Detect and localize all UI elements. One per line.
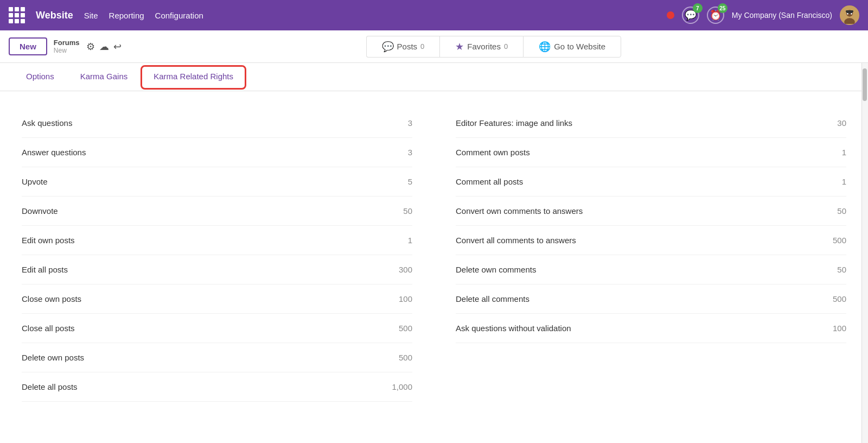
field-value[interactable]: 500 — [814, 236, 846, 245]
field-label: Upvote — [22, 177, 380, 186]
table-row: Ask questions without validation 100 — [456, 314, 846, 343]
field-label: Delete all posts — [22, 382, 380, 391]
tab-karma-gains[interactable]: Karma Gains — [67, 63, 141, 91]
messages-button[interactable]: 💬 7 — [682, 7, 699, 24]
table-row: Ask questions 3 — [22, 109, 412, 138]
field-value[interactable]: 5 — [380, 177, 412, 186]
nav-brand[interactable]: Website — [36, 10, 73, 21]
field-label: Ask questions — [22, 118, 380, 128]
field-value[interactable]: 3 — [380, 118, 412, 128]
nav-site[interactable]: Site — [84, 11, 98, 20]
field-value[interactable]: 1 — [814, 148, 846, 157]
table-row: Convert own comments to answers 50 — [456, 197, 846, 226]
left-column: Ask questions 3 Answer questions 3 Upvot… — [22, 109, 412, 402]
breadcrumb-child: New — [54, 47, 80, 54]
page-content: Options Karma Gains Karma Related Rights… — [0, 63, 868, 443]
field-label: Comment all posts — [456, 177, 814, 186]
karma-rights-form: Ask questions 3 Answer questions 3 Upvot… — [0, 91, 868, 419]
nav-right: 💬 7 ⏰ 25 My Company (San Francisco) — [667, 5, 859, 25]
scrollbar-thumb[interactable] — [863, 68, 867, 101]
field-value[interactable]: 500 — [814, 294, 846, 303]
field-label: Downvote — [22, 206, 380, 216]
user-avatar[interactable] — [840, 5, 859, 25]
table-row: Editor Features: image and links 30 — [456, 109, 846, 138]
table-row: Comment own posts 1 — [456, 138, 846, 167]
table-row: Edit own posts 1 — [22, 226, 412, 255]
field-value[interactable]: 500 — [380, 324, 412, 333]
table-row: Close all posts 500 — [22, 314, 412, 343]
globe-icon: 🌐 — [539, 41, 551, 53]
table-row: Upvote 5 — [22, 167, 412, 197]
posts-tab[interactable]: 💬 Posts 0 — [366, 36, 440, 58]
activities-button[interactable]: ⏰ 25 — [707, 7, 724, 24]
refresh-icon[interactable]: ↩ — [113, 41, 122, 53]
messages-badge: 7 — [693, 3, 703, 13]
goto-website-tab[interactable]: 🌐 Go to Website — [523, 36, 621, 58]
field-label: Edit own posts — [22, 236, 380, 245]
field-value[interactable]: 100 — [380, 294, 412, 303]
company-name[interactable]: My Company (San Francisco) — [732, 11, 832, 20]
svg-point-5 — [847, 13, 848, 15]
field-label: Convert own comments to answers — [456, 206, 814, 216]
table-row: Comment all posts 1 — [456, 167, 846, 197]
svg-rect-4 — [846, 10, 853, 12]
posts-tab-label: Posts — [397, 42, 418, 51]
field-label: Comment own posts — [456, 148, 814, 157]
table-row: Delete own posts 500 — [22, 343, 412, 372]
table-row: Delete all posts 1,000 — [22, 372, 412, 402]
table-row: Answer questions 3 — [22, 138, 412, 167]
favorites-tab-count: 0 — [504, 42, 508, 50]
field-label: Delete own comments — [456, 265, 814, 274]
field-value[interactable]: 30 — [814, 118, 846, 128]
field-label: Delete all comments — [456, 294, 814, 303]
goto-website-label: Go to Website — [554, 42, 605, 51]
field-label: Edit all posts — [22, 265, 380, 274]
svg-point-6 — [851, 13, 852, 15]
field-label: Ask questions without validation — [456, 324, 814, 333]
table-row: Downvote 50 — [22, 197, 412, 226]
field-value[interactable]: 500 — [380, 353, 412, 362]
upload-icon[interactable]: ☁ — [99, 41, 109, 53]
field-value[interactable]: 1,000 — [380, 382, 412, 391]
favorites-icon: ★ — [455, 41, 464, 53]
table-row: Edit all posts 300 — [22, 255, 412, 284]
field-value[interactable]: 50 — [814, 206, 846, 216]
field-label: Convert all comments to answers — [456, 236, 814, 245]
secondary-toolbar: New Forums New ⚙ ☁ ↩ 💬 Posts 0 ★ Favorit… — [0, 30, 868, 63]
field-value[interactable]: 50 — [814, 265, 846, 274]
status-dot[interactable] — [667, 11, 674, 19]
app-grid-icon[interactable] — [9, 7, 25, 23]
posts-tab-count: 0 — [420, 42, 424, 50]
scrollbar[interactable] — [861, 63, 868, 443]
activities-badge: 25 — [718, 3, 727, 13]
favorites-tab[interactable]: ★ Favorites 0 — [439, 36, 523, 58]
field-label: Answer questions — [22, 148, 380, 157]
table-row: Delete own comments 50 — [456, 255, 846, 284]
top-navigation: Website Site Reporting Configuration 💬 7… — [0, 0, 868, 30]
tab-karma-rights[interactable]: Karma Related Rights — [141, 63, 246, 91]
new-button[interactable]: New — [9, 37, 47, 55]
nav-reporting[interactable]: Reporting — [109, 11, 144, 20]
field-value[interactable]: 300 — [380, 265, 412, 274]
field-value[interactable]: 3 — [380, 148, 412, 157]
content-tabs: Options Karma Gains Karma Related Rights — [0, 63, 868, 91]
breadcrumb-parent[interactable]: Forums — [54, 39, 80, 47]
table-row: Close own posts 100 — [22, 284, 412, 314]
field-value[interactable]: 1 — [814, 177, 846, 186]
field-value[interactable]: 100 — [814, 324, 846, 333]
table-row: Delete all comments 500 — [456, 284, 846, 314]
right-column: Editor Features: image and links 30 Comm… — [456, 109, 846, 402]
breadcrumb: Forums New — [54, 39, 80, 54]
posts-icon: 💬 — [382, 41, 394, 53]
tab-options[interactable]: Options — [13, 63, 67, 91]
settings-icon[interactable]: ⚙ — [86, 41, 95, 53]
field-label: Close own posts — [22, 294, 380, 303]
field-label: Close all posts — [22, 324, 380, 333]
field-value[interactable]: 50 — [380, 206, 412, 216]
field-value[interactable]: 1 — [380, 236, 412, 245]
favorites-tab-label: Favorites — [467, 42, 501, 51]
nav-configuration[interactable]: Configuration — [155, 11, 203, 20]
field-label: Delete own posts — [22, 353, 380, 362]
field-label: Editor Features: image and links — [456, 118, 814, 128]
table-row: Convert all comments to answers 500 — [456, 226, 846, 255]
